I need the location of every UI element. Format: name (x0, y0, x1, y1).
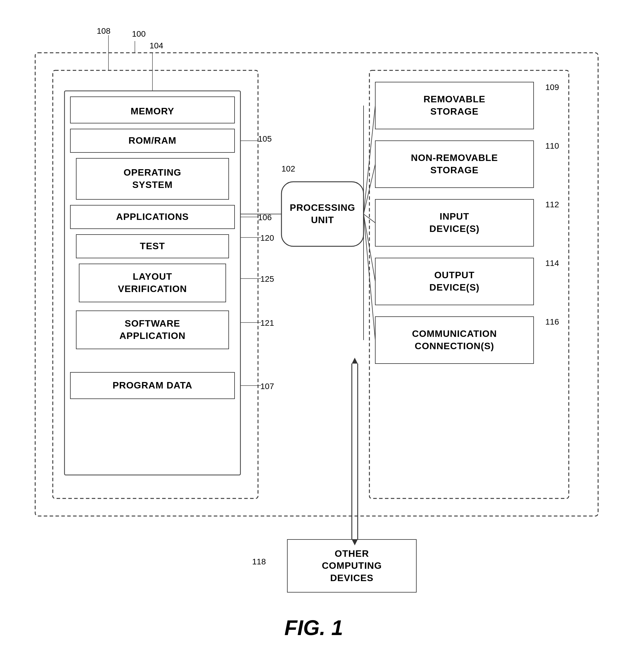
ref-108: 108 (97, 26, 111, 36)
ref-107: 107 (260, 382, 274, 391)
svg-line-21 (364, 164, 375, 214)
ref-121: 121 (260, 318, 274, 328)
ref-106: 106 (258, 213, 272, 222)
layout-verification-label: LAYOUT VERIFICATION (79, 264, 226, 302)
ref-105: 105 (258, 134, 272, 144)
program-data-label: PROGRAM DATA (70, 373, 235, 398)
applications-label: APPLICATIONS (70, 206, 235, 228)
ref-118: 118 (252, 557, 266, 567)
ref-114: 114 (545, 259, 559, 268)
ref-116: 116 (545, 317, 559, 327)
non-removable-storage-label: NON-REMOVABLE STORAGE (375, 141, 534, 187)
memory-label: MEMORY (70, 98, 235, 125)
svg-line-23 (364, 214, 375, 282)
rom-ram-label: ROM/RAM (70, 129, 235, 152)
test-label: TEST (76, 235, 229, 258)
output-device-label: OUTPUT DEVICE(S) (375, 259, 534, 304)
other-computing-devices-label: OTHER COMPUTING DEVICES (287, 540, 416, 592)
ref-120: 120 (260, 233, 274, 243)
svg-marker-30 (352, 358, 358, 364)
processing-unit-label: PROCESSING UNIT (282, 183, 364, 246)
input-device-label: INPUT DEVICE(S) (375, 200, 534, 246)
ref-112: 112 (545, 200, 559, 209)
communication-connections-label: COMMUNICATION CONNECTION(S) (375, 317, 534, 363)
removable-storage-label: REMOVABLE STORAGE (375, 83, 534, 128)
software-application-label: SOFTWARE APPLICATION (76, 311, 229, 348)
ref-100: 100 (132, 29, 146, 39)
figure-label: FIG. 1 (284, 616, 343, 640)
ref-104: 104 (149, 41, 163, 50)
diagram-container: 100 108 104 MEMORY ROM/RAM 105 OPERATING… (18, 23, 610, 639)
ref-109: 109 (545, 83, 559, 92)
os-label: OPERATING SYSTEM (76, 159, 229, 199)
ref-110: 110 (545, 141, 559, 151)
svg-line-20 (364, 105, 375, 214)
ref-102: 102 (282, 164, 295, 173)
svg-line-22 (364, 214, 375, 223)
svg-line-24 (364, 214, 375, 340)
ref-125: 125 (260, 274, 274, 284)
